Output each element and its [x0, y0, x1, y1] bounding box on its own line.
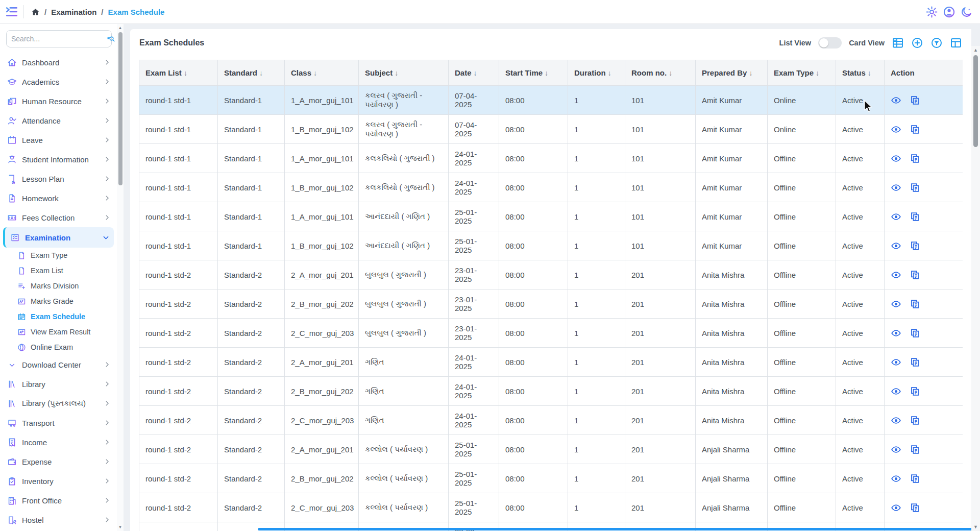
- view-eye-icon[interactable]: [891, 124, 901, 135]
- sort-arrow-icon[interactable]: ↓: [749, 69, 752, 77]
- view-eye-icon[interactable]: [891, 444, 901, 455]
- home-icon[interactable]: [31, 8, 40, 16]
- breadcrumb-section[interactable]: Examination: [51, 8, 96, 16]
- table-row[interactable]: round-1 std-2Standard-22_B_mor_guj_202બુ…: [139, 289, 963, 319]
- table-row[interactable]: round-1 std-2Standard-22_A_mor_guj_201કલ…: [139, 435, 963, 464]
- sidebar-subitem-exam-schedule[interactable]: Exam Schedule: [0, 309, 117, 324]
- copy-document-icon[interactable]: [910, 502, 920, 513]
- sidebar-item-examination[interactable]: Examination: [3, 227, 114, 248]
- sidebar-item-hostel[interactable]: Hostel: [0, 510, 117, 529]
- table-row[interactable]: round-1 std-2Standard-22_C_mor_guj_203ગણ…: [139, 406, 963, 435]
- sort-arrow-icon[interactable]: ↓: [816, 69, 819, 77]
- scroll-up-arrow[interactable]: ▲: [117, 26, 124, 30]
- column-header-date[interactable]: Date↓: [449, 60, 499, 86]
- view-eye-icon[interactable]: [891, 240, 901, 251]
- view-eye-icon[interactable]: [891, 473, 901, 484]
- sidebar-item-inventory[interactable]: Inventory: [0, 471, 117, 491]
- column-header-standard[interactable]: Standard↓: [218, 60, 285, 86]
- sidebar-subitem-exam-type[interactable]: Exam Type: [0, 248, 117, 263]
- copy-document-icon[interactable]: [910, 211, 920, 222]
- scroll-down-arrow[interactable]: ▼: [971, 524, 980, 529]
- sidebar-subitem-marks-division[interactable]: Marks Division: [0, 278, 117, 294]
- table-row[interactable]: round-1 std-2Standard-22_B_mor_guj_202ગણ…: [139, 377, 963, 406]
- copy-document-icon[interactable]: [910, 328, 920, 339]
- copy-document-icon[interactable]: [910, 444, 920, 455]
- column-header-room-no-[interactable]: Room no.↓: [625, 60, 696, 86]
- view-toggle-switch[interactable]: [818, 37, 842, 49]
- sort-arrow-icon[interactable]: ↓: [545, 69, 548, 77]
- table-row[interactable]: round-1 std-1Standard-11_A_mor_guj_101કલ…: [139, 144, 963, 173]
- sort-arrow-icon[interactable]: ↓: [669, 69, 672, 77]
- sort-arrow-icon[interactable]: ↓: [395, 69, 398, 77]
- column-header-duration[interactable]: Duration↓: [568, 60, 625, 86]
- table-scrollbar[interactable]: ▲ ▼: [971, 46, 980, 531]
- copy-document-icon[interactable]: [910, 182, 920, 193]
- table-row[interactable]: round-1 std-2Standard-22_B_mor_guj_202કલ…: [139, 464, 963, 493]
- sidebar-item-leave[interactable]: Leave: [0, 130, 117, 150]
- view-eye-icon[interactable]: [891, 270, 901, 280]
- column-header-prepared-by[interactable]: Prepared By↓: [696, 60, 768, 86]
- view-eye-icon[interactable]: [891, 415, 901, 426]
- sidebar-item-homework[interactable]: Homework: [0, 188, 117, 208]
- table-row[interactable]: round-1 std-1Standard-11_B_mor_guj_102કલ…: [139, 173, 963, 202]
- copy-document-icon[interactable]: [910, 95, 920, 106]
- search-icon[interactable]: [107, 35, 115, 43]
- copy-document-icon[interactable]: [910, 270, 920, 280]
- breadcrumb-page[interactable]: Exam Schedule: [108, 8, 165, 16]
- copy-document-icon[interactable]: [910, 240, 920, 251]
- sidebar-item-lesson-plan[interactable]: Lesson Plan: [0, 169, 117, 188]
- view-eye-icon[interactable]: [891, 182, 901, 193]
- sidebar-item-download-center[interactable]: Download Center: [0, 355, 117, 374]
- sidebar-subitem-exam-list[interactable]: Exam List: [0, 263, 117, 278]
- sidebar-item-fees-collection[interactable]: Fees Collection: [0, 208, 117, 227]
- add-plus-icon[interactable]: [911, 37, 923, 49]
- sort-arrow-icon[interactable]: ↓: [608, 69, 611, 77]
- view-eye-icon[interactable]: [891, 211, 901, 222]
- sidebar-item-transport[interactable]: Transport: [0, 413, 117, 432]
- column-header-status[interactable]: Status↓: [836, 60, 885, 86]
- table-row[interactable]: round-1 std-2Standard-22_C_mor_guj_203કલ…: [139, 493, 963, 522]
- user-account-icon[interactable]: [943, 6, 955, 18]
- search-input[interactable]: [11, 35, 104, 43]
- copy-document-icon[interactable]: [910, 124, 920, 135]
- column-header-subject[interactable]: Subject↓: [359, 60, 449, 86]
- filter-icon[interactable]: [930, 37, 943, 49]
- copy-document-icon[interactable]: [910, 415, 920, 426]
- sidebar-item-attendance[interactable]: Attendance: [0, 111, 117, 130]
- sidebar-item-library[interactable]: Library (પુસ્તકાલય): [0, 394, 117, 413]
- sidebar-item-front-office[interactable]: Front Office: [0, 491, 117, 510]
- settings-gear-icon[interactable]: [925, 6, 938, 18]
- column-header-exam-list[interactable]: Exam List↓: [139, 60, 218, 86]
- table-row[interactable]: round-1 std-1Standard-11_A_mor_guj_101આન…: [139, 202, 963, 231]
- sidebar-item-academics[interactable]: Academics: [0, 72, 117, 91]
- scrollbar-thumb[interactable]: [118, 32, 122, 185]
- dark-mode-moon-icon[interactable]: [960, 6, 973, 18]
- excel-export-icon[interactable]: [892, 37, 904, 49]
- column-header-class[interactable]: Class↓: [285, 60, 359, 86]
- view-eye-icon[interactable]: [891, 153, 901, 164]
- view-eye-icon[interactable]: [891, 357, 901, 368]
- sort-arrow-icon[interactable]: ↓: [868, 69, 871, 77]
- sidebar-item-dashboard[interactable]: Dashboard: [0, 53, 117, 72]
- view-eye-icon[interactable]: [891, 328, 901, 339]
- table-row[interactable]: round-1 std-1Standard-11_A_mor_guj_101કલ…: [139, 86, 963, 115]
- sidebar-subitem-marks-grade[interactable]: Marks Grade: [0, 294, 117, 309]
- scroll-up-arrow[interactable]: ▲: [971, 47, 980, 53]
- copy-document-icon[interactable]: [910, 299, 920, 309]
- view-eye-icon[interactable]: [891, 502, 901, 513]
- sidebar-item-income[interactable]: Income: [0, 432, 117, 452]
- sidebar-subitem-view-exam-result[interactable]: View Exam Result: [0, 324, 117, 340]
- view-eye-icon[interactable]: [891, 95, 901, 106]
- scrollbar-thumb[interactable]: [973, 55, 978, 147]
- sort-arrow-icon[interactable]: ↓: [474, 69, 477, 77]
- scroll-down-arrow[interactable]: ▼: [117, 525, 124, 529]
- copy-document-icon[interactable]: [910, 357, 920, 368]
- sidebar-item-expense[interactable]: Expense: [0, 452, 117, 471]
- sidebar-item-human-resource[interactable]: Human Resource: [0, 91, 117, 111]
- column-header-exam-type[interactable]: Exam Type↓: [768, 60, 836, 86]
- sidebar-subitem-online-exam[interactable]: Online Exam: [0, 340, 117, 355]
- table-row[interactable]: round-1 std-1Standard-11_B_mor_guj_102આન…: [139, 231, 963, 260]
- sort-arrow-icon[interactable]: ↓: [184, 69, 187, 77]
- sort-arrow-icon[interactable]: ↓: [313, 69, 317, 77]
- sidebar-search[interactable]: [6, 30, 112, 47]
